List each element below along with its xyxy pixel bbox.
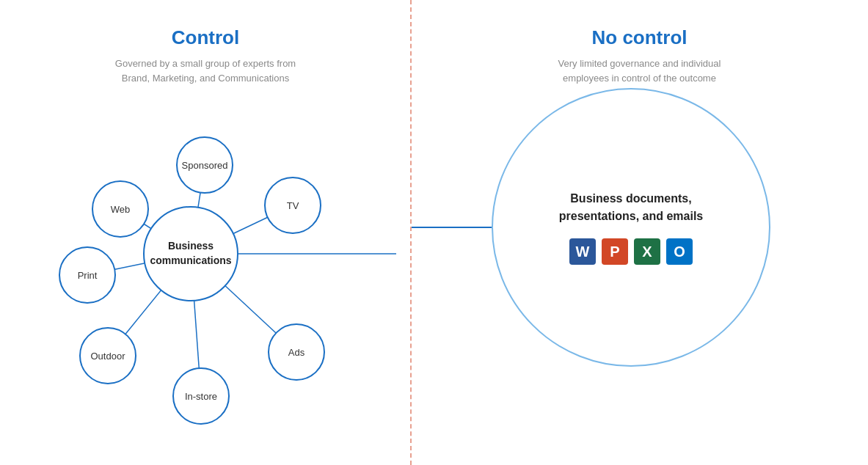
satellite-sponsored: Sponsored	[176, 136, 233, 194]
center-circle-label: Businesscommunications	[150, 239, 231, 268]
left-title: Control	[172, 26, 239, 49]
satellite-web: Web	[92, 180, 149, 238]
right-large-circle: Business documents,presentations, and em…	[492, 88, 770, 367]
right-panel: No control Very limited governance and i…	[411, 0, 868, 465]
sat-web-label: Web	[111, 204, 131, 215]
satellite-tv: TV	[264, 177, 321, 234]
right-circle-title: Business documents,presentations, and em…	[559, 190, 704, 225]
left-panel: Control Governed by a small group of exp…	[0, 0, 411, 465]
sat-sponsored-label: Sponsored	[182, 160, 228, 171]
outlook-icon: O	[666, 238, 693, 265]
sat-tv-label: TV	[287, 200, 299, 211]
app-icons-group: W P X O	[569, 238, 693, 265]
sat-outdoor-label: Outdoor	[91, 351, 125, 362]
center-circle: Businesscommunications	[143, 206, 238, 301]
sat-ads-label: Ads	[288, 347, 304, 358]
right-connector-line	[411, 227, 492, 228]
sat-print-label: Print	[78, 270, 98, 281]
satellite-ads: Ads	[268, 323, 325, 381]
satellite-print: Print	[59, 246, 116, 304]
divider	[410, 0, 412, 465]
excel-icon: X	[634, 238, 660, 265]
satellite-outdoor: Outdoor	[79, 327, 136, 384]
satellite-instore: In-store	[172, 367, 230, 425]
sat-instore-label: In-store	[185, 391, 217, 402]
left-subtitle: Governed by a small group of experts fro…	[103, 56, 308, 85]
word-icon: W	[569, 238, 596, 265]
right-subtitle: Very limited governance and individual e…	[537, 56, 743, 85]
powerpoint-icon: P	[602, 238, 628, 265]
right-title: No control	[592, 26, 688, 49]
left-diagram: Businesscommunications Sponsored TV Ads …	[15, 92, 396, 430]
